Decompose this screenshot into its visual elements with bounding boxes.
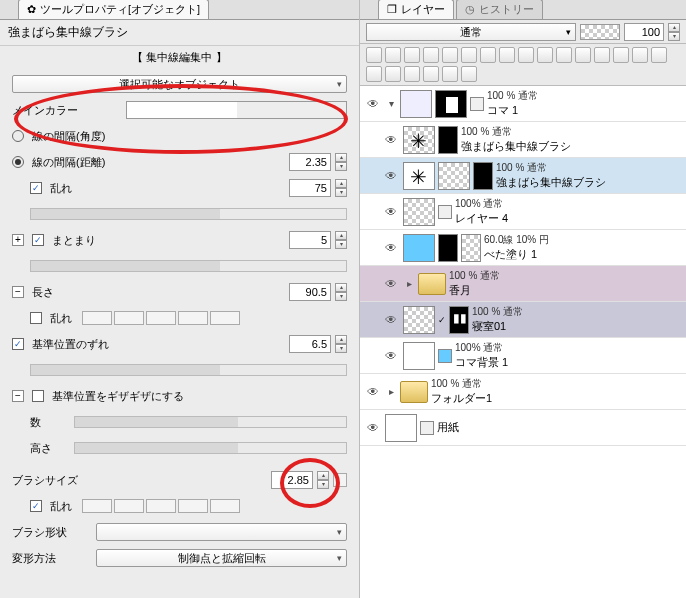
layer-mask bbox=[435, 90, 467, 118]
length-spinner[interactable]: ▴▾ bbox=[335, 283, 347, 301]
toolbar-icon[interactable] bbox=[404, 47, 420, 63]
toolbar-icon[interactable] bbox=[461, 47, 477, 63]
basepos-spinner[interactable]: ▴▾ bbox=[335, 335, 347, 353]
length-preset[interactable] bbox=[178, 311, 208, 325]
jaggy-num-slider[interactable] bbox=[74, 416, 347, 428]
length-preset[interactable] bbox=[146, 311, 176, 325]
toolbar-icon[interactable] bbox=[613, 47, 629, 63]
midare2-checkbox[interactable] bbox=[30, 312, 42, 324]
toolbar-icon[interactable] bbox=[385, 47, 401, 63]
toolbar-icon[interactable] bbox=[518, 47, 534, 63]
gap-dist-value[interactable]: 2.35 bbox=[289, 153, 331, 171]
eye-icon[interactable]: 👁 bbox=[382, 205, 400, 219]
toolbar-icon[interactable] bbox=[632, 47, 648, 63]
toolbar-icon[interactable] bbox=[404, 66, 420, 82]
matomari-slider[interactable] bbox=[30, 260, 347, 272]
toolbar-icon[interactable] bbox=[556, 47, 572, 63]
layer-row-selected[interactable]: 👁 100 % 通常強まばら集中線ブラシ bbox=[360, 158, 686, 194]
midare1-slider[interactable] bbox=[30, 208, 347, 220]
jaggy-expander[interactable]: − bbox=[12, 390, 24, 402]
length-preset[interactable] bbox=[210, 311, 240, 325]
toolbar-icon[interactable] bbox=[499, 47, 515, 63]
length-preset[interactable] bbox=[114, 311, 144, 325]
jaggy-checkbox[interactable] bbox=[32, 390, 44, 402]
layer-row[interactable]: 👁 ✓ ▮▮ 100 % 通常寝室01 bbox=[360, 302, 686, 338]
eye-icon[interactable]: 👁 bbox=[382, 133, 400, 147]
brush-size-extra[interactable] bbox=[333, 473, 347, 487]
toolbar-icon[interactable] bbox=[480, 47, 496, 63]
eye-icon[interactable]: 👁 bbox=[382, 277, 400, 291]
layer-row[interactable]: 👁 100 % 通常強まばら集中線ブラシ bbox=[360, 122, 686, 158]
eye-icon[interactable]: 👁 bbox=[382, 313, 400, 327]
tab-tool-property[interactable]: ✿ ツールプロパティ[オブジェクト] bbox=[18, 0, 209, 19]
length-value[interactable]: 90.5 bbox=[289, 283, 331, 301]
toolbar-icon[interactable] bbox=[423, 47, 439, 63]
midare3-checkbox[interactable] bbox=[30, 500, 42, 512]
brush-preset[interactable] bbox=[146, 499, 176, 513]
tab-history[interactable]: ◷ ヒストリー bbox=[456, 0, 543, 19]
eye-icon[interactable]: 👁 bbox=[382, 169, 400, 183]
brush-preset[interactable] bbox=[114, 499, 144, 513]
gap-dist-radio[interactable] bbox=[12, 156, 24, 168]
eye-icon[interactable]: 👁 bbox=[364, 421, 382, 435]
toolbar-icon[interactable] bbox=[385, 66, 401, 82]
brush-shape-dropdown[interactable] bbox=[96, 523, 347, 541]
length-preset[interactable] bbox=[82, 311, 112, 325]
toolbar-icon[interactable] bbox=[442, 66, 458, 82]
midare1-spinner[interactable]: ▴▾ bbox=[335, 179, 347, 197]
toolbar-icon[interactable] bbox=[423, 66, 439, 82]
basepos-value[interactable]: 6.5 bbox=[289, 335, 331, 353]
gap-dist-spinner[interactable]: ▴▾ bbox=[335, 153, 347, 171]
toolbar-icon[interactable] bbox=[366, 47, 382, 63]
toolbar-icon[interactable] bbox=[594, 47, 610, 63]
toolbar-icon[interactable] bbox=[537, 47, 553, 63]
layer-row[interactable]: 👁 60.0線 10% 円べた塗り 1 bbox=[360, 230, 686, 266]
basepos-slider[interactable] bbox=[30, 364, 347, 376]
brush-preset[interactable] bbox=[178, 499, 208, 513]
tool-title: 強まばら集中線ブラシ bbox=[0, 20, 359, 46]
layer-thumbnail bbox=[403, 306, 435, 334]
midare2-label: 乱れ bbox=[50, 311, 72, 326]
brush-preset[interactable] bbox=[82, 499, 112, 513]
trash-icon[interactable] bbox=[461, 66, 477, 82]
midare3-label: 乱れ bbox=[50, 499, 72, 514]
brush-preset[interactable] bbox=[210, 499, 240, 513]
blend-mode-dropdown[interactable]: 通常 bbox=[366, 23, 576, 41]
brush-size-spinner[interactable]: ▴▾ bbox=[317, 471, 329, 489]
fold-toggle[interactable]: ▾ bbox=[385, 98, 397, 109]
layer-row[interactable]: 👁 ▸ 100 % 通常フォルダー1 bbox=[360, 374, 686, 410]
fold-toggle[interactable]: ▸ bbox=[403, 278, 415, 289]
fold-toggle[interactable]: ▸ bbox=[385, 386, 397, 397]
midare1-checkbox[interactable] bbox=[30, 182, 42, 194]
eye-icon[interactable]: 👁 bbox=[382, 241, 400, 255]
tab-layers[interactable]: ❐ レイヤー bbox=[378, 0, 454, 19]
brush-size-value[interactable]: 2.85 bbox=[271, 471, 313, 489]
eye-icon[interactable]: 👁 bbox=[382, 349, 400, 363]
toolbar-icon[interactable] bbox=[442, 47, 458, 63]
gap-angle-radio[interactable] bbox=[12, 130, 24, 142]
layer-row[interactable]: 👁 用紙 bbox=[360, 410, 686, 446]
eye-icon[interactable]: 👁 bbox=[364, 385, 382, 399]
toolbar-icon[interactable] bbox=[651, 47, 667, 63]
selectable-objects-dropdown[interactable]: 選択可能なオブジェクト bbox=[12, 75, 347, 93]
opacity-value[interactable]: 100 bbox=[624, 23, 664, 41]
gap-dist-label: 線の間隔(距離) bbox=[32, 155, 285, 170]
layer-row[interactable]: 👁 100% 通常レイヤー 4 bbox=[360, 194, 686, 230]
matomari-spinner[interactable]: ▴▾ bbox=[335, 231, 347, 249]
matomari-expander[interactable]: + bbox=[12, 234, 24, 246]
jaggy-height-slider[interactable] bbox=[74, 442, 347, 454]
toolbar-icon[interactable] bbox=[575, 47, 591, 63]
main-color-field[interactable] bbox=[126, 101, 347, 119]
matomari-value[interactable]: 5 bbox=[289, 231, 331, 249]
deform-dropdown[interactable]: 制御点と拡縮回転 bbox=[96, 549, 347, 567]
toolbar-icon[interactable] bbox=[366, 66, 382, 82]
layer-row[interactable]: 👁 100% 通常コマ背景 1 bbox=[360, 338, 686, 374]
length-expander[interactable]: − bbox=[12, 286, 24, 298]
opacity-spinner[interactable]: ▴▾ bbox=[668, 23, 680, 41]
midare1-value[interactable]: 75 bbox=[289, 179, 331, 197]
matomari-checkbox[interactable] bbox=[32, 234, 44, 246]
layer-row[interactable]: 👁 ▾ 100 % 通常コマ 1 bbox=[360, 86, 686, 122]
eye-icon[interactable]: 👁 bbox=[364, 97, 382, 111]
basepos-checkbox[interactable] bbox=[12, 338, 24, 350]
layer-row[interactable]: 👁 ▸ 100 % 通常香月 bbox=[360, 266, 686, 302]
